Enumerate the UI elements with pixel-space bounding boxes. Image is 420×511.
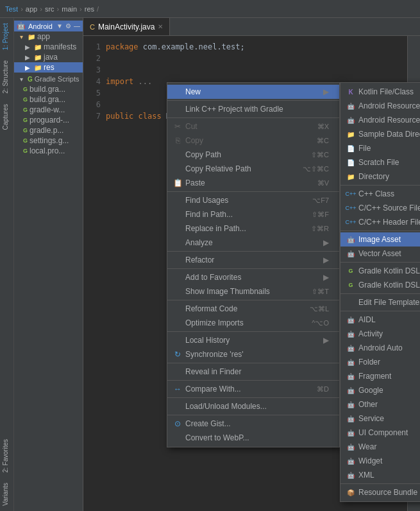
tab-label: MainActivity.java bbox=[98, 22, 155, 31]
tree-item-gradle-scripts[interactable]: ▾ G Gradle Scripts bbox=[14, 74, 83, 84]
menu-item-compare[interactable]: ↔ Compare With... ⌘D bbox=[167, 382, 339, 396]
menu-item-gradle-build[interactable]: G Gradle Kotlin DSL Build Script bbox=[340, 264, 420, 278]
menu-item-android-resource-file[interactable]: 🤖 Android Resource File bbox=[340, 99, 420, 113]
tree-item-manifests[interactable]: ▶ 📁 manifests bbox=[14, 42, 83, 52]
breadcrumb-res[interactable]: res bbox=[85, 5, 94, 13]
replace-icon bbox=[172, 223, 183, 234]
menu-item-cpp-header[interactable]: C++ C/C++ Header File bbox=[340, 215, 420, 229]
tree-item-java[interactable]: ▶ 📁 java bbox=[14, 52, 83, 62]
tree-header-settings[interactable]: ▼ bbox=[56, 22, 63, 30]
sidebar-item-structure[interactable]: 2: Structure bbox=[0, 55, 13, 99]
tree-item-local-props[interactable]: G local.pro... bbox=[14, 146, 83, 156]
menu-item-label: Edit File Templates... bbox=[358, 298, 420, 307]
breadcrumb-src[interactable]: src bbox=[45, 5, 55, 13]
menu-item-kotlin-class[interactable]: K Kotlin File/Class bbox=[340, 85, 420, 99]
menu-item-widget[interactable]: 🤖 Widget ▶ bbox=[340, 454, 420, 468]
tab-close-button[interactable]: ✕ bbox=[158, 23, 163, 30]
java-icon: C bbox=[90, 23, 95, 31]
copy-relative-icon bbox=[172, 164, 183, 174]
menu-item-refactor[interactable]: Refactor ▶ bbox=[167, 253, 339, 267]
menu-item-fragment[interactable]: 🤖 Fragment ▶ bbox=[340, 369, 420, 383]
menu-item-sample-data-dir[interactable]: 📁 Sample Data Directory bbox=[340, 127, 420, 141]
menu-item-image-asset[interactable]: 🤖 Image Asset bbox=[340, 232, 420, 247]
copy-path-icon bbox=[172, 150, 183, 160]
bottom-side-tabs: 2: Favorites Variants bbox=[0, 434, 14, 511]
kotlin-icon: K bbox=[346, 87, 356, 97]
menu-item-scratch-file[interactable]: 📄 Scratch File ⇧⌘N bbox=[340, 155, 420, 169]
tree-item-settings[interactable]: G settings.g... bbox=[14, 135, 83, 146]
menu-item-label: Android Auto bbox=[358, 343, 403, 352]
tab-mainactivity[interactable]: C MainActivity.java ✕ bbox=[83, 18, 170, 35]
tree-item-label: local.pro... bbox=[29, 146, 65, 155]
tree-item-label: Gradle Scripts bbox=[35, 75, 80, 83]
menu-item-label: Analyze bbox=[185, 238, 213, 247]
menu-item-label: AIDL bbox=[358, 315, 376, 324]
menu-item-folder[interactable]: 🤖 Folder ▶ bbox=[340, 355, 420, 369]
menu-item-new[interactable]: New ▶ bbox=[167, 85, 339, 99]
menu-item-resource-bundle[interactable]: 📦 Resource Bundle bbox=[340, 485, 420, 499]
menu-item-android-auto[interactable]: 🤖 Android Auto ▶ bbox=[340, 341, 420, 355]
menu-item-service[interactable]: 🤖 Service ▶ bbox=[340, 411, 420, 426]
menu-item-replace-in-path[interactable]: Replace in Path... ⇧⌘R bbox=[167, 221, 339, 236]
gradle-build-icon: G bbox=[346, 266, 356, 276]
breadcrumb-test[interactable]: Test bbox=[5, 5, 18, 13]
sidebar-item-project[interactable]: 1: Project bbox=[0, 18, 13, 55]
menu-item-optimize-imports[interactable]: Optimize Imports ^⌥O bbox=[167, 316, 339, 330]
menu-item-paste[interactable]: 📋 Paste ⌘V bbox=[167, 176, 339, 190]
tree-item-app[interactable]: ▾ 📁 app bbox=[14, 31, 83, 42]
menu-item-find-usages[interactable]: Find Usages ⌥F7 bbox=[167, 193, 339, 207]
menu-item-xml[interactable]: 🤖 XML ▶ bbox=[340, 468, 420, 482]
menu-item-copy[interactable]: ⎘ Copy ⌘C bbox=[167, 134, 339, 148]
menu-item-find-in-path[interactable]: Find in Path... ⇧⌘F bbox=[167, 207, 339, 221]
tree-item-gradle-wrapper[interactable]: G gradle-w... bbox=[14, 105, 83, 115]
menu-item-android-resource-dir[interactable]: 🤖 Android Resource Directory bbox=[340, 113, 420, 127]
menu-item-create-gist[interactable]: ⊙ Create Gist... bbox=[167, 417, 339, 431]
sidebar-item-variants[interactable]: Variants bbox=[0, 478, 14, 511]
menu-item-google[interactable]: 🤖 Google ▶ bbox=[340, 383, 420, 397]
menu-item-aidl[interactable]: 🤖 AIDL ▶ bbox=[340, 313, 420, 327]
menu-item-file[interactable]: 📄 File bbox=[340, 141, 420, 155]
menu-item-wear[interactable]: 🤖 Wear ▶ bbox=[340, 440, 420, 454]
tree-item-res[interactable]: ▶ 📁 res bbox=[14, 62, 83, 73]
tree-item-build-gradle2[interactable]: G build.gra... bbox=[14, 94, 83, 105]
menu-item-synchronize[interactable]: ↻ Synchronize 'res' bbox=[167, 347, 339, 361]
refactor-icon bbox=[172, 255, 183, 265]
menu-item-directory[interactable]: 📁 Directory bbox=[340, 169, 420, 184]
menu-item-cpp-source[interactable]: C++ C/C++ Source File bbox=[340, 201, 420, 215]
menu-item-add-favorites[interactable]: Add to Favorites ▶ bbox=[167, 270, 339, 284]
menu-item-label: Add to Favorites bbox=[185, 273, 241, 282]
menu-item-show-thumbnails[interactable]: Show Image Thumbnails ⇧⌘T bbox=[167, 284, 339, 299]
menu-item-local-history[interactable]: Local History ▶ bbox=[167, 333, 339, 347]
menu-item-copy-relative-path[interactable]: Copy Relative Path ⌥⇧⌘C bbox=[167, 162, 339, 176]
tree-item-label: settings.g... bbox=[29, 136, 69, 145]
tree-header[interactable]: 🤖 Android ▼ ⚙ — bbox=[14, 21, 83, 31]
menu-item-cut[interactable]: ✂ Cut ⌘X bbox=[167, 119, 339, 134]
menu-item-load-modules[interactable]: Load/Unload Modules... bbox=[167, 399, 339, 413]
tree-gear-icon[interactable]: ⚙ bbox=[65, 22, 71, 30]
menu-item-convert-webp[interactable]: Convert to WebP... bbox=[167, 431, 339, 445]
menu-item-label: Reveal in Finder bbox=[185, 367, 241, 376]
breadcrumb-app[interactable]: app bbox=[26, 5, 37, 13]
menu-item-other[interactable]: 🤖 Other ▶ bbox=[340, 397, 420, 411]
menu-item-copy-path[interactable]: Copy Path ⇧⌘C bbox=[167, 148, 339, 162]
sidebar-item-favorites[interactable]: 2: Favorites bbox=[0, 434, 14, 478]
breadcrumb-main[interactable]: main bbox=[62, 5, 77, 13]
tree-item-proguard[interactable]: G proguard-... bbox=[14, 115, 83, 125]
android-icon: 🤖 bbox=[17, 22, 26, 30]
menu-item-reveal-finder[interactable]: Reveal in Finder bbox=[167, 365, 339, 379]
menu-item-cpp-class[interactable]: C++ C++ Class bbox=[340, 187, 420, 201]
tree-item-gradle-props[interactable]: G gradle.p... bbox=[14, 125, 83, 135]
menu-separator bbox=[167, 331, 339, 332]
menu-item-gradle-settings[interactable]: G Gradle Kotlin DSL Settings bbox=[340, 278, 420, 292]
tree-item-build-gradle[interactable]: G build.gra... bbox=[14, 84, 83, 94]
sidebar-item-captures[interactable]: Captures bbox=[0, 99, 13, 135]
menu-item-vector-asset[interactable]: 🤖 Vector Asset bbox=[340, 247, 420, 261]
tree-collapse-icon[interactable]: — bbox=[74, 22, 80, 30]
menu-item-activity[interactable]: 🤖 Activity ▶ bbox=[340, 327, 420, 341]
menu-item-edit-templates[interactable]: Edit File Templates... bbox=[340, 295, 420, 309]
menu-item-ui-component[interactable]: 🤖 UI Component ▶ bbox=[340, 426, 420, 440]
menu-item-reformat[interactable]: Reformat Code ⌥⌘L bbox=[167, 302, 339, 316]
menu-item-analyze[interactable]: Analyze ▶ bbox=[167, 236, 339, 250]
menu-item-link-cpp[interactable]: Link C++ Project with Gradle bbox=[167, 102, 339, 116]
menu-separator bbox=[340, 230, 420, 231]
